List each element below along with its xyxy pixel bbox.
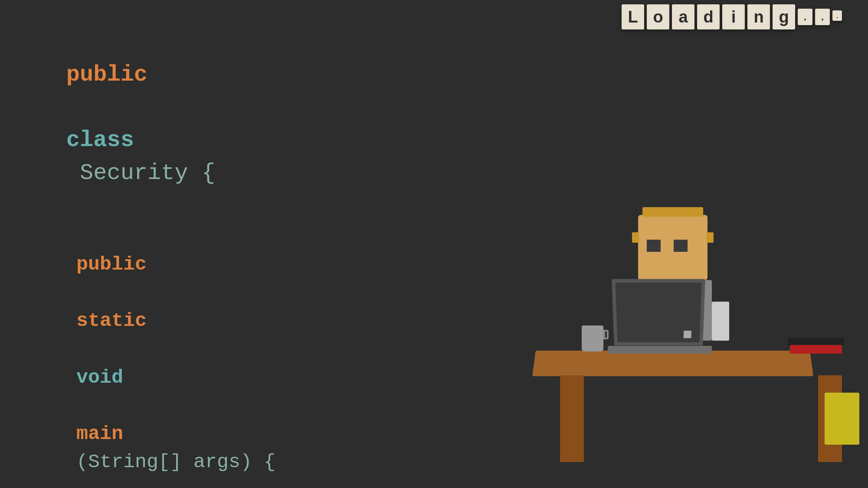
keyword-static: static [76, 310, 147, 332]
letter-o: o [647, 4, 669, 29]
code-line1-rest: Security { [66, 160, 215, 186]
loading-text: L o a d i n g . . . [622, 4, 842, 29]
coffee-mug [582, 325, 603, 351]
ear-right [707, 232, 714, 243]
ear-left [632, 232, 639, 243]
letter-d: d [697, 4, 720, 29]
letter-dot3: . [832, 10, 842, 21]
desk-surface [532, 351, 813, 376]
method-main: main [76, 423, 123, 445]
notebook-red [790, 345, 842, 354]
voxel-illustration: L o a d i n g . . . [512, 0, 868, 488]
code-block: public class Security { public static vo… [12, 26, 443, 488]
letter-i: i [722, 4, 745, 29]
desk-leg-left [560, 375, 584, 462]
laptop-screen [612, 279, 705, 346]
code-line2-rest: (String[] args) { [76, 451, 275, 473]
keyword-class: class [66, 127, 134, 153]
character-eye-left [647, 240, 661, 252]
character-eye-right [674, 240, 688, 252]
code-line-1: public class Security { [12, 26, 443, 222]
letter-dot1: . [798, 9, 812, 25]
letter-dot2: . [815, 9, 830, 25]
letter-n: n [747, 4, 770, 29]
letter-L: L [622, 4, 644, 29]
laptop-base [608, 346, 712, 354]
screen-pixel-1 [684, 331, 691, 338]
keyword-public2: public [76, 254, 147, 276]
yellow-bag [825, 393, 859, 445]
letter-g: g [773, 4, 795, 29]
letter-a: a [672, 4, 694, 29]
character-arm-right [712, 302, 729, 341]
code-line-2: public static void main (String[] args) … [29, 222, 443, 488]
laptop-screen-inner [616, 283, 702, 342]
keyword-public: public [66, 62, 147, 88]
mug-handle [603, 330, 609, 339]
keyword-void: void [76, 367, 123, 389]
hair-top [642, 207, 703, 217]
